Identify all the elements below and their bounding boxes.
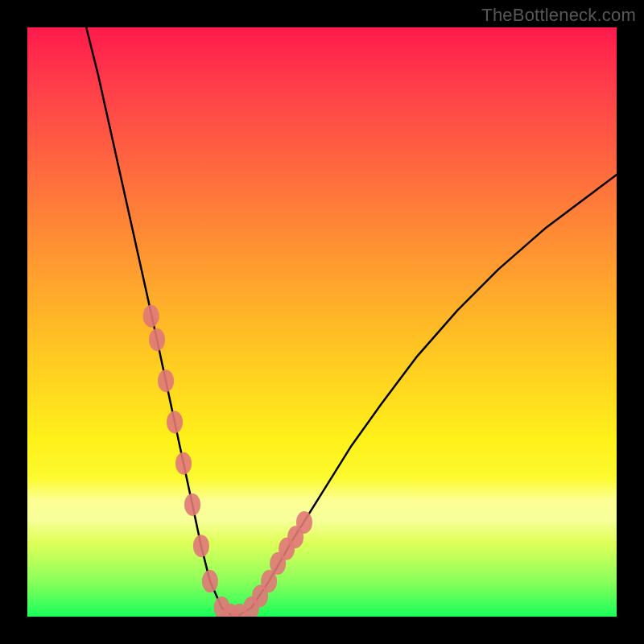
svg-point-6 [193, 535, 209, 557]
svg-point-12 [252, 584, 268, 607]
svg-point-4 [175, 452, 192, 475]
watermark-label: TheBottleneck.com [481, 5, 636, 26]
svg-point-5 [184, 493, 200, 516]
svg-point-10 [232, 604, 248, 617]
chart-svg [27, 27, 617, 617]
svg-point-15 [279, 538, 295, 560]
highlight-band [27, 478, 617, 543]
svg-point-13 [261, 570, 277, 592]
svg-point-0 [143, 305, 159, 328]
svg-point-7 [202, 570, 218, 592]
svg-point-1 [149, 328, 165, 351]
svg-point-9 [223, 604, 239, 617]
svg-point-16 [287, 526, 303, 548]
chart-frame: TheBottleneck.com [0, 0, 644, 644]
svg-point-8 [214, 597, 230, 617]
svg-point-11 [243, 597, 259, 617]
highlight-dots [143, 305, 312, 617]
svg-point-2 [158, 369, 174, 392]
bottleneck-curve [86, 27, 617, 615]
svg-point-3 [167, 411, 183, 433]
plot-area [27, 27, 617, 617]
svg-point-17 [296, 511, 312, 534]
svg-point-14 [270, 552, 286, 575]
